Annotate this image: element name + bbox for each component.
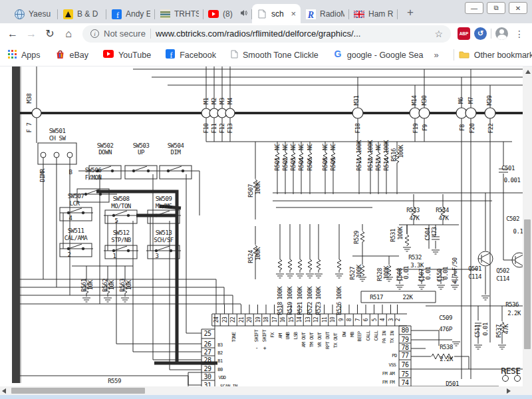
- blue-extension-icon[interactable]: ↺: [474, 27, 487, 40]
- reload-button[interactable]: ↻: [43, 26, 57, 42]
- svg-text:R: R: [307, 9, 313, 19]
- close-tab-icon[interactable]: ×: [291, 9, 296, 18]
- bookmark-youtube[interactable]: YouTube: [103, 50, 151, 60]
- tab-radiom[interactable]: R RadioM: [301, 5, 349, 23]
- bookmark-ebay[interactable]: eBay: [55, 49, 89, 61]
- profile-avatar[interactable]: [495, 27, 508, 40]
- tab-title: Ham R: [368, 9, 393, 19]
- restore-button[interactable]: ⧉: [487, 2, 505, 14]
- speaker-icon: [240, 9, 247, 19]
- window-controls: — ⧉ ✕: [465, 2, 527, 14]
- yellow-pages-favicon-icon: [63, 9, 73, 19]
- bookmark-label: eBay: [70, 51, 89, 60]
- vertical-scroll-thumb[interactable]: [524, 219, 531, 349]
- bookmark-label: Other bookmarks: [474, 51, 532, 60]
- folder-icon: [459, 50, 469, 61]
- schematic-drawing: [0, 66, 523, 399]
- document-favicon-icon: [257, 9, 267, 19]
- bookmark-label: google - Google Sea: [347, 51, 424, 60]
- svg-text:G: G: [334, 49, 341, 59]
- horizontal-scroll-thumb[interactable]: [11, 388, 145, 394]
- url-text: www.cbtricks.com/radios/rflimited/delfor…: [156, 29, 430, 39]
- bookmark-star-icon[interactable]: ☆: [434, 29, 443, 39]
- bookmark-google[interactable]: G google - Google Sea: [333, 49, 424, 61]
- close-button[interactable]: ✕: [509, 2, 527, 14]
- youtube-icon: [103, 50, 114, 60]
- globe-favicon-icon: [14, 9, 25, 19]
- tab-yaesu[interactable]: Yaesu: [9, 5, 58, 23]
- bookmark-label: YouTube: [118, 51, 151, 60]
- tab-title: TRHTS: [174, 9, 199, 19]
- uk-flag-icon: [354, 9, 364, 19]
- bookmarks-overflow-chevron[interactable]: »: [434, 50, 438, 60]
- bookmark-apps[interactable]: Apps: [8, 50, 41, 61]
- r-favicon-icon: R: [305, 9, 316, 19]
- tab-title: B & D: [77, 9, 102, 19]
- divider: [491, 29, 491, 39]
- apps-grid-icon: [8, 50, 17, 61]
- vertical-scrollbar[interactable]: [523, 66, 532, 395]
- bookmarks-bar: Apps eBay YouTube f Facebook Smooth Tone…: [0, 44, 532, 66]
- stripes-favicon-icon: [160, 9, 170, 19]
- info-icon[interactable]: i: [90, 29, 99, 38]
- tab-b-and-d[interactable]: B & D: [58, 5, 106, 23]
- horizontal-scrollbar[interactable]: [0, 386, 523, 395]
- scroll-right-icon[interactable]: [507, 388, 511, 394]
- facebook-favicon-icon: f: [111, 9, 122, 19]
- bookmark-label: Facebook: [180, 51, 216, 60]
- shopping-bag-icon: [55, 49, 65, 61]
- browser-menu-icon[interactable]: ⋮: [512, 26, 527, 42]
- divider: [454, 49, 454, 61]
- tab-title: sch: [271, 9, 287, 19]
- svg-text:f: f: [116, 11, 119, 19]
- page-icon: [231, 50, 238, 61]
- adblock-extension-icon[interactable]: ABP: [458, 27, 470, 40]
- other-bookmarks[interactable]: Other bookmarks: [454, 49, 532, 61]
- scrollbar-corner: [523, 386, 532, 395]
- tab-title: RadioM: [320, 9, 344, 19]
- security-label: Not secure: [104, 29, 146, 39]
- tab-title: (8): [223, 9, 236, 19]
- tab-sch-active[interactable]: sch ×: [252, 4, 301, 23]
- tab-ham-r[interactable]: Ham R: [349, 5, 398, 23]
- tab-strip: Yaesu B & D f Andy E TRHTS (8) sch × R R…: [0, 0, 532, 23]
- toolbar: ← → ↻ ⌂ i Not secure www.cbtricks.com/ra…: [0, 23, 532, 44]
- tab-title: Yaesu: [29, 9, 53, 19]
- bookmark-smooth-tone[interactable]: Smooth Tone Clickle: [231, 50, 319, 61]
- divider: [150, 29, 151, 39]
- tab-trhts[interactable]: TRHTS: [155, 5, 203, 23]
- address-bar[interactable]: i Not secure www.cbtricks.com/radios/rfl…: [82, 25, 451, 43]
- svg-text:f: f: [170, 51, 173, 59]
- tab-title: Andy E: [126, 9, 150, 19]
- tab-andy[interactable]: f Andy E: [106, 5, 155, 23]
- youtube-favicon-icon: [208, 9, 219, 19]
- new-tab-button[interactable]: +: [402, 4, 419, 21]
- bookmark-label: Apps: [21, 51, 41, 60]
- back-button[interactable]: ←: [5, 26, 20, 42]
- scroll-up-icon[interactable]: [525, 70, 531, 74]
- scroll-left-icon[interactable]: [2, 388, 6, 394]
- window-bottom-edge: [0, 395, 532, 399]
- minimize-button[interactable]: —: [465, 2, 483, 14]
- tab-youtube[interactable]: (8): [203, 5, 252, 23]
- home-button[interactable]: ⌂: [61, 26, 76, 42]
- facebook-icon: f: [166, 49, 175, 61]
- forward-button[interactable]: →: [24, 26, 39, 42]
- schematic-image: M38F 7SW501CH SWDIMRBSW502DOWNSW503UPSW5…: [0, 66, 532, 399]
- bookmark-label: Smooth Tone Clickle: [243, 51, 319, 60]
- google-g-icon: G: [333, 49, 342, 61]
- bookmark-facebook[interactable]: f Facebook: [166, 49, 216, 61]
